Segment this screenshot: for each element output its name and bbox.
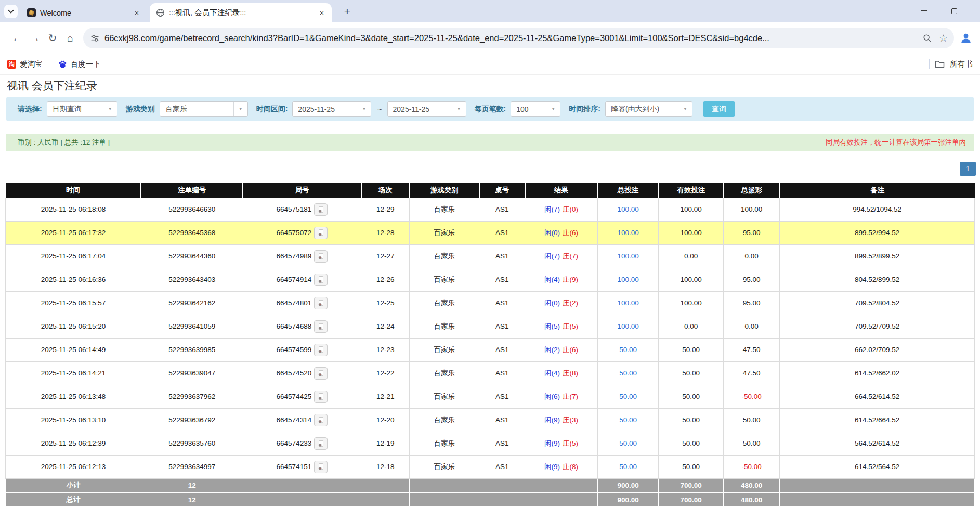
chevron-down-icon: ▼ [357,102,371,116]
chevron-down-icon: ▼ [546,102,560,116]
cell-result: 闲(5)庄(5) [525,315,598,338]
chevron-down-icon: ▼ [452,102,466,116]
profile-avatar-icon[interactable] [960,32,972,44]
cell-session: 12-23 [361,338,410,361]
cell-result: 闲(4)庄(8) [525,361,598,385]
round-replay-button[interactable] [314,367,328,380]
date-range-tilde: ~ [377,105,382,113]
cell-valid-bet: 100.00 [659,291,724,315]
total-bet-link[interactable]: 50.00 [619,393,637,400]
total-bet-link[interactable]: 50.00 [619,416,637,424]
round-replay-button[interactable] [314,414,328,426]
replay-card-icon [317,229,324,237]
cell-total-bet: 50.00 [597,338,658,361]
round-replay-button[interactable] [314,461,328,473]
col-total-bet: 总投注 [597,183,658,198]
total-bet-link[interactable]: 100.00 [617,229,638,237]
bookmark-aitaobao[interactable]: 淘 爱淘宝 [7,59,43,69]
date-start-dropdown[interactable]: 2025-11-25 ▼ [292,101,371,117]
zoom-magnifier-icon[interactable] [923,34,932,43]
window-minimize-button[interactable] [916,3,932,19]
all-bookmarks-label[interactable]: 所有书 [950,59,973,69]
back-icon[interactable]: ← [8,29,26,47]
bet-record-table: 时间 注单编号 局号 场次 游戏类别 桌号 结果 总投注 有效投注 总派彩 备注… [5,183,975,507]
bookmark-baidu[interactable]: 百度一下 [58,59,101,69]
total-bet-link[interactable]: 50.00 [619,439,637,447]
date-end-dropdown[interactable]: 2025-11-25 ▼ [387,101,466,117]
cell-valid-bet: 100.00 [659,268,724,291]
cell-session: 12-25 [361,291,410,315]
cell-valid-bet: 100.00 [659,221,724,244]
tab-close-icon[interactable]: × [132,8,141,18]
total-bet-link[interactable]: 100.00 [617,276,638,283]
round-replay-button[interactable] [314,391,328,403]
total-bet-link[interactable]: 100.00 [617,205,638,213]
cell-bet-id: 522993645368 [141,221,243,244]
cell-payout: 50.00 [724,432,780,455]
table-row: 2025-11-25 06:17:32 522993645368 6645750… [6,221,975,244]
window-maximize-button[interactable] [946,3,962,19]
cell-remark: 899.52/994.52 [780,221,975,244]
cell-payout: 95.00 [724,268,780,291]
replay-card-icon [317,206,324,213]
round-replay-button[interactable] [314,227,328,239]
cell-game: 百家乐 [410,244,479,268]
game-category-dropdown[interactable]: 百家乐 ▼ [160,101,248,117]
tune-icon[interactable] [90,34,99,43]
cell-valid-bet: 50.00 [659,385,724,408]
cell-time: 2025-11-25 06:18:08 [6,198,141,221]
cell-bet-id: 522993642162 [141,291,243,315]
total-bet-link[interactable]: 50.00 [619,346,637,354]
cell-time: 2025-11-25 06:15:20 [6,315,141,338]
table-row: 2025-11-25 06:13:48 522993637962 6645744… [6,385,975,408]
tab-bet-record[interactable]: :::视讯, 会员下注纪录::: × [150,3,332,22]
replay-card-icon [317,323,324,330]
home-icon[interactable]: ⌂ [61,29,79,47]
total-bet-link[interactable]: 50.00 [619,463,637,471]
cell-result: 闲(7)庄(7) [525,244,598,268]
cell-total-bet: 50.00 [597,361,658,385]
tab-close-icon[interactable]: × [317,8,326,18]
replay-card-icon [317,417,324,424]
round-replay-button[interactable] [314,437,328,450]
bookmark-star-icon[interactable]: ☆ [939,32,948,44]
cell-round-id: 664575181 [243,198,361,221]
forward-icon[interactable]: → [26,29,44,47]
cell-table: AS1 [479,221,525,244]
cell-total-bet: 100.00 [597,198,658,221]
round-replay-button[interactable] [314,344,328,356]
round-replay-button[interactable] [314,297,328,309]
round-replay-button[interactable] [314,274,328,286]
round-replay-button[interactable] [314,320,328,333]
table-header-row: 时间 注单编号 局号 场次 游戏类别 桌号 结果 总投注 有效投注 总派彩 备注 [6,183,975,198]
new-tab-button[interactable]: + [340,4,355,19]
chevron-down-icon: ▼ [103,102,117,116]
cell-table: AS1 [479,338,525,361]
cell-session: 12-20 [361,408,410,432]
pagination-page-1[interactable]: 1 [960,162,976,176]
cell-game: 百家乐 [410,455,479,478]
total-row: 总计 12 900.00 700.00 480.00 [6,492,975,506]
cell-table: AS1 [479,244,525,268]
query-type-dropdown[interactable]: 日期查询 ▼ [47,101,117,117]
url-text[interactable]: 66cxkj98.com/game/betrecord_search/kind3… [104,33,918,43]
tab-welcome[interactable]: Welcome × [21,3,147,22]
cell-table: AS1 [479,455,525,478]
subtotal-total-bet: 900.00 [597,478,658,492]
cell-valid-bet: 50.00 [659,408,724,432]
search-button[interactable]: 查询 [703,101,735,117]
url-bar[interactable]: 66cxkj98.com/game/betrecord_search/kind3… [83,28,954,48]
per-page-dropdown[interactable]: 100 ▼ [511,101,560,117]
total-bet-link[interactable]: 50.00 [619,369,637,377]
reload-icon[interactable]: ↻ [44,29,61,47]
cell-remark: 662.02/709.52 [780,338,975,361]
total-bet-link[interactable]: 100.00 [617,322,638,330]
round-replay-button[interactable] [314,250,328,263]
round-replay-button[interactable] [314,203,328,216]
sort-dropdown[interactable]: 降幂(由大到小) ▼ [605,101,692,117]
total-bet-link[interactable]: 100.00 [617,252,638,260]
replay-card-icon [317,346,324,354]
total-valid-bet: 700.00 [659,492,724,506]
tab-search-button[interactable] [4,5,18,18]
total-bet-link[interactable]: 100.00 [617,299,638,307]
